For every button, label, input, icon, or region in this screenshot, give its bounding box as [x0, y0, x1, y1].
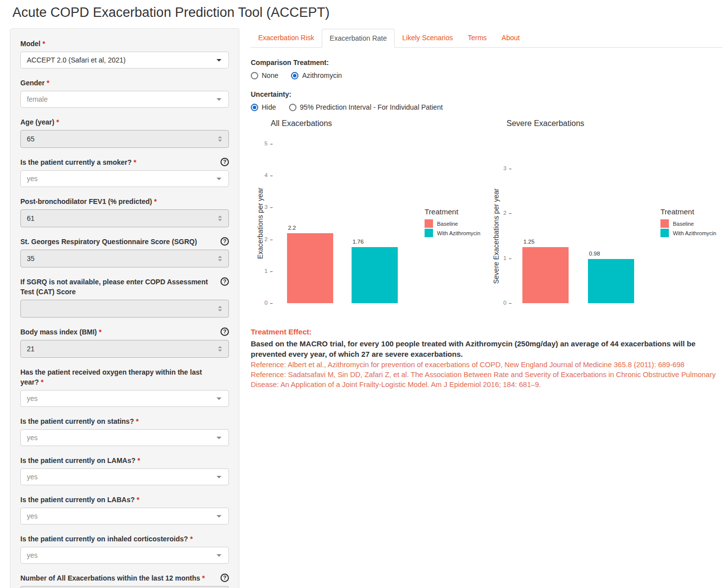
- help-icon[interactable]: ?: [220, 237, 229, 246]
- help-icon[interactable]: ?: [220, 574, 229, 582]
- select-model[interactable]: ACCEPT 2.0 (Safari et al, 2021): [20, 52, 229, 68]
- select-value: female: [27, 95, 48, 103]
- radio-95-prediction-interval-for-individual-patient[interactable]: 95% Prediction Interval - For Individual…: [289, 103, 443, 111]
- y-tick-label: 1: [253, 268, 268, 274]
- y-tick-label: 0: [253, 300, 268, 306]
- form-field-gender: Gender*female: [20, 78, 229, 108]
- chart-title: Severe Exacerbations: [507, 119, 584, 128]
- field-label: Is the patient currently on statins?*: [20, 416, 229, 426]
- field-label: Gender*: [20, 78, 229, 88]
- input-if-sgrq-is-not-available-please-enter-copd-assessment-test-cat-score[interactable]: [20, 300, 229, 318]
- select-value: ACCEPT 2.0 (Safari et al, 2021): [27, 56, 126, 64]
- legend-title: Treatment: [425, 207, 480, 216]
- number-stepper-icon[interactable]: [218, 216, 222, 221]
- form-field-model: Model*ACCEPT 2.0 (Safari et al, 2021): [20, 39, 229, 68]
- legend-swatch: [660, 229, 669, 237]
- y-tick-mark: [270, 303, 273, 304]
- field-label-text: Is the patient currently on statins?: [20, 417, 134, 425]
- stepper-down-icon: [218, 260, 222, 261]
- legend-item-label: With Azithromycin: [437, 230, 480, 236]
- field-label-text: Is the patient currently a smoker?: [20, 158, 132, 166]
- field-label: Age (year)*: [20, 117, 229, 127]
- field-label: Has the patient received oxygen therapy …: [20, 367, 229, 387]
- field-label-text: Age (year): [20, 118, 54, 126]
- comparison-treatment-radio-group: NoneAzithromycin: [251, 71, 723, 79]
- y-axis-label: Severe Exacerbations per year: [492, 169, 501, 303]
- y-tick-mark: [509, 213, 511, 214]
- field-label: If SGRQ is not available, please enter C…: [20, 277, 229, 297]
- field-label: Number of All Exacerbations within the l…: [20, 573, 229, 583]
- bar-with-azithromycin: [588, 259, 634, 303]
- select-is-the-patient-currently-on-lamas[interactable]: yes: [20, 468, 229, 485]
- number-stepper-icon[interactable]: [218, 136, 222, 142]
- radio-none[interactable]: None: [251, 71, 278, 79]
- required-asterisk: *: [136, 417, 139, 425]
- field-label-text: Model: [20, 40, 40, 48]
- stepper-up-icon: [218, 256, 222, 258]
- field-label: Body mass index (BMI)*?: [20, 327, 229, 337]
- field-label-text: Body mass index (BMI): [20, 328, 97, 336]
- legend-item-label: Baseline: [437, 221, 458, 227]
- form-field-if-sgrq-is-not-available-please-enter-copd-assessment-test-cat-score: If SGRQ is not available, please enter C…: [20, 277, 229, 318]
- y-tick-label: 3: [253, 204, 268, 210]
- field-label-text: Is the patient currently on LAMAs?: [20, 457, 136, 464]
- select-value: yes: [27, 473, 38, 481]
- legend-swatch: [660, 219, 669, 228]
- treatment-effect-section: Treatment Effect: Based on the MACRO tri…: [251, 327, 723, 390]
- select-gender[interactable]: female: [20, 91, 229, 108]
- legend-item: Baseline: [425, 219, 480, 228]
- number-stepper-icon[interactable]: [218, 256, 222, 261]
- chart-all-exacerbations: All ExacerbationsExacerbations per year0…: [251, 118, 484, 319]
- y-tick-mark: [270, 271, 273, 272]
- field-label: Is the patient currently on LABAs?*: [20, 495, 229, 505]
- input-body-mass-index-bmi[interactable]: 21: [20, 340, 229, 358]
- legend-item: With Azithromycin: [660, 229, 716, 237]
- select-is-the-patient-currently-on-labas[interactable]: yes: [20, 508, 229, 524]
- field-label: Is the patient currently on inhaled cort…: [20, 534, 229, 544]
- treatment-effect-body: Based on the MACRO trial, for every 100 …: [251, 338, 723, 359]
- tab-terms[interactable]: Terms: [460, 29, 494, 48]
- field-label: St. Georges Respiratory Questionnaire Sc…: [20, 237, 229, 247]
- tab-likely-scenarios[interactable]: Likely Scenarios: [395, 29, 460, 48]
- field-label-text: If SGRQ is not available, please enter C…: [20, 278, 208, 296]
- chart-severe-exacerbations: Severe ExacerbationsSevere Exacerbations…: [492, 118, 725, 319]
- input-post-bronchodilator-fev1-predicted[interactable]: 61: [20, 209, 229, 227]
- number-stepper-icon[interactable]: [218, 346, 222, 352]
- number-stepper-icon[interactable]: [218, 306, 222, 312]
- select-value: yes: [27, 551, 38, 559]
- tab-exacerbation-risk[interactable]: Exacerbation Risk: [251, 29, 322, 48]
- radio-unchecked-icon: [289, 104, 296, 111]
- help-icon[interactable]: ?: [220, 327, 229, 336]
- tab-about[interactable]: About: [494, 29, 527, 48]
- chevron-down-icon: [217, 178, 221, 180]
- radio-azithromycin[interactable]: Azithromycin: [291, 71, 342, 79]
- select-is-the-patient-currently-a-smoker[interactable]: yes: [20, 170, 229, 187]
- y-tick-mark: [270, 176, 273, 176]
- radio-hide[interactable]: Hide: [251, 103, 276, 111]
- select-is-the-patient-currently-on-statins[interactable]: yes: [20, 429, 229, 446]
- tab-exacerbation-rate[interactable]: Exacerbation Rate: [322, 29, 395, 48]
- form-field-has-the-patient-received-oxygen-therapy-within-the-last-year: Has the patient received oxygen therapy …: [20, 367, 229, 407]
- form-field-st-georges-respiratory-questionnaire-score-sgrq: St. Georges Respiratory Questionnaire Sc…: [20, 237, 229, 267]
- tab-bar: Exacerbation RiskExacerbation RateLikely…: [251, 29, 723, 48]
- form-field-is-the-patient-currently-a-smoker: Is the patient currently a smoker?*?yes: [20, 157, 229, 187]
- input-st-georges-respiratory-questionnaire-score-sgrq[interactable]: 35: [20, 250, 229, 267]
- radio-label: Hide: [262, 103, 276, 111]
- required-asterisk: *: [47, 79, 49, 87]
- legend-swatch: [425, 219, 433, 228]
- help-icon[interactable]: ?: [220, 277, 229, 286]
- input-number-of-all-exacerbations-within-the-last-12-months[interactable]: 3: [20, 586, 229, 588]
- select-is-the-patient-currently-on-inhaled-corticosteroids[interactable]: yes: [20, 547, 229, 564]
- input-age-year[interactable]: 65: [20, 130, 229, 148]
- radio-label: None: [262, 71, 278, 79]
- legend: TreatmentBaselineWith Azithromycin: [660, 207, 716, 238]
- select-value: yes: [27, 512, 38, 520]
- field-label-text: Number of All Exacerbations within the l…: [20, 574, 200, 582]
- select-has-the-patient-received-oxygen-therapy-within-the-last-year[interactable]: yes: [20, 390, 229, 407]
- radio-checked-icon: [291, 72, 298, 79]
- charts-row: All ExacerbationsExacerbations per year0…: [251, 118, 723, 319]
- stepper-down-icon: [218, 310, 222, 312]
- chevron-down-icon: [217, 476, 221, 478]
- help-icon[interactable]: ?: [220, 158, 229, 166]
- legend-item-label: Baseline: [673, 221, 694, 227]
